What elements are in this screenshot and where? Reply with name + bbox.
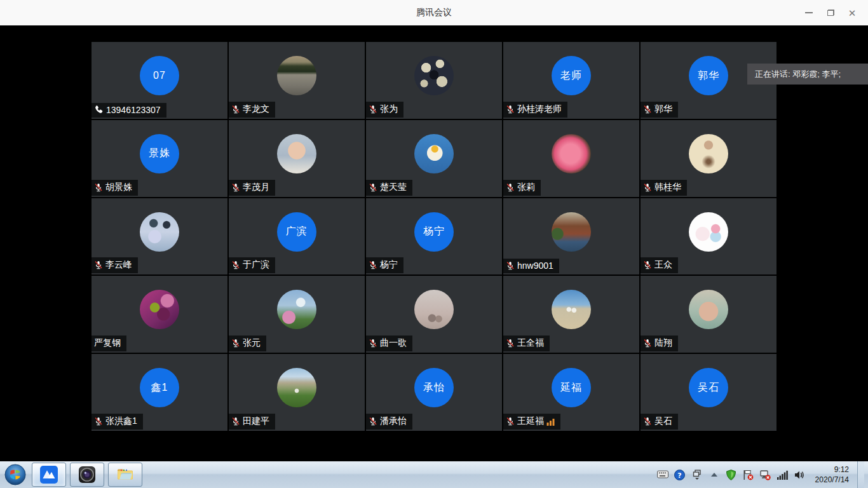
avatar-photo-baby [277, 134, 316, 173]
participant-name-label: 曲一歌 [366, 336, 412, 351]
action-center-flag-icon[interactable] [743, 469, 754, 480]
participant-tile[interactable]: 鑫1 张洪鑫1 [92, 354, 227, 431]
participant-name-label: 郭华 [641, 102, 678, 118]
participant-name-label: 杨宁 [366, 257, 403, 273]
close-button[interactable]: ✕ [841, 3, 863, 22]
avatar-photo-toddler [689, 290, 728, 329]
avatar-photo-field [277, 368, 316, 407]
avatar-initials: 景姝 [140, 134, 179, 173]
taskbar-clock[interactable]: 9:12 2020/7/14 [815, 464, 849, 485]
participant-tile[interactable]: 田建平 [229, 354, 365, 431]
avatar-photo-car [277, 56, 316, 95]
participant-tile[interactable]: 李茂月 [229, 120, 365, 197]
participant-name: 张洪鑫1 [105, 416, 137, 427]
participant-name-label: 田建平 [229, 414, 275, 430]
avatar-photo-hazy [414, 290, 454, 329]
participant-tile[interactable]: 景姝 胡景姝 [92, 120, 227, 197]
participant-tile[interactable]: 07 13946123307 [92, 42, 227, 119]
mic-muted-icon [369, 182, 377, 193]
participant-tile[interactable]: 杨宁 杨宁 [366, 198, 502, 275]
participant-name: 孙桂涛老师 [517, 104, 562, 115]
participant-tile[interactable]: 吴石 吴石 [641, 354, 776, 431]
show-hidden-icons-arrow[interactable] [709, 469, 720, 480]
participant-tile[interactable]: 李龙文 [229, 42, 365, 119]
meeting-stage: 07 13946123307 李龙文 张为 老师 孙桂涛老 [0, 25, 868, 461]
participant-tile[interactable]: 陆翔 [641, 276, 776, 353]
participant-tile[interactable]: 张莉 [503, 120, 639, 197]
participant-name: 李云峰 [105, 259, 132, 271]
participant-tile[interactable]: 承怡 潘承怡 [366, 354, 502, 431]
participant-name-label: 陆翔 [641, 336, 678, 351]
minimize-button[interactable] [798, 3, 820, 22]
participant-name: 楚天莹 [380, 182, 407, 193]
clock-time: 9:12 [815, 464, 849, 475]
mic-muted-icon [231, 338, 240, 348]
windows-taskbar: ? 9:12 20 [0, 461, 868, 488]
participant-tile[interactable]: 广滨 于广滨 [229, 198, 365, 275]
participant-name-label: 李茂月 [229, 180, 275, 196]
participant-name-label: 张为 [366, 102, 403, 118]
mic-muted-icon [231, 182, 240, 193]
mic-muted-icon [506, 261, 515, 271]
tencent-meeting-window: 腾讯会议 ✕ 07 13946123307 李龙文 [0, 0, 868, 488]
participant-name: 13946123307 [106, 105, 161, 115]
security-shield-icon[interactable] [726, 469, 737, 480]
mic-muted-icon [369, 104, 377, 114]
keyboard-input-icon[interactable] [657, 469, 668, 480]
participant-tile[interactable]: 张为 [366, 42, 502, 119]
participant-tile[interactable]: 韩桂华 [641, 120, 776, 197]
participant-tile[interactable]: 张元 [229, 276, 365, 353]
participant-tile[interactable]: 曲一歌 [366, 276, 502, 353]
network-error-icon[interactable] [760, 469, 771, 480]
mic-muted-icon [506, 182, 515, 193]
participant-name: 李龙文 [243, 104, 269, 115]
mic-muted-icon [94, 260, 103, 270]
participant-name-label: 严复钢 [92, 336, 126, 351]
avatar-photo-pink-flower [552, 134, 591, 173]
help-icon[interactable]: ? [674, 469, 686, 480]
avatar-photo-maple [140, 290, 179, 329]
mic-muted-icon [94, 182, 103, 193]
participant-name-label: 13946123307 [92, 103, 166, 118]
show-desktop-button[interactable] [857, 461, 864, 488]
mic-muted-icon [643, 104, 652, 114]
participant-grid: 07 13946123307 李龙文 张为 老师 孙桂涛老 [92, 42, 776, 431]
tencent-meeting-icon [39, 465, 58, 484]
participant-tile[interactable]: 王全福 [503, 276, 639, 353]
restore-button[interactable] [820, 3, 841, 22]
participant-name: 王延福 [517, 416, 544, 427]
window-controls: ✕ [798, 0, 863, 25]
participant-name-label: 张洪鑫1 [92, 414, 143, 430]
participant-name: 于广滨 [243, 259, 269, 271]
taskbar-app-camera[interactable] [70, 463, 104, 487]
mic-muted-icon [231, 416, 240, 426]
participant-name-label: 张元 [229, 336, 266, 351]
mic-muted-icon [369, 338, 377, 348]
start-button[interactable] [3, 462, 28, 487]
participant-name: 曲一歌 [380, 337, 407, 349]
mic-muted-icon [369, 416, 377, 426]
avatar-initials: 吴石 [689, 368, 728, 407]
participant-tile[interactable]: 严复钢 [92, 276, 227, 353]
participant-tile[interactable]: hnw9001 [503, 198, 639, 275]
participant-name: 张为 [380, 104, 398, 115]
volume-icon[interactable] [794, 469, 806, 480]
avatar-initials: 郭华 [689, 56, 728, 95]
participant-tile[interactable]: 老师 孙桂涛老师 [503, 42, 639, 119]
participant-tile[interactable]: 楚天莹 [366, 120, 502, 197]
participant-name-label: 吴石 [641, 414, 678, 430]
participant-tile[interactable]: 延福 王延福 [503, 354, 639, 431]
title-bar: 腾讯会议 ✕ [0, 0, 868, 25]
participant-tile[interactable]: 王众 [641, 198, 776, 275]
participant-tile[interactable]: 李云峰 [92, 198, 227, 275]
svg-text:?: ? [677, 471, 681, 479]
participant-name: 田建平 [243, 416, 269, 427]
signal-strength-icon[interactable] [777, 469, 789, 480]
taskbar-app-tencent-meeting[interactable] [32, 463, 66, 487]
participant-name: 王众 [654, 259, 672, 271]
taskbar-app-file-explorer[interactable] [108, 463, 142, 487]
participant-name: 胡景姝 [105, 182, 132, 193]
participant-name: 吴石 [654, 416, 672, 427]
mic-muted-icon [643, 260, 652, 270]
restore-windows-icon[interactable] [691, 469, 703, 480]
